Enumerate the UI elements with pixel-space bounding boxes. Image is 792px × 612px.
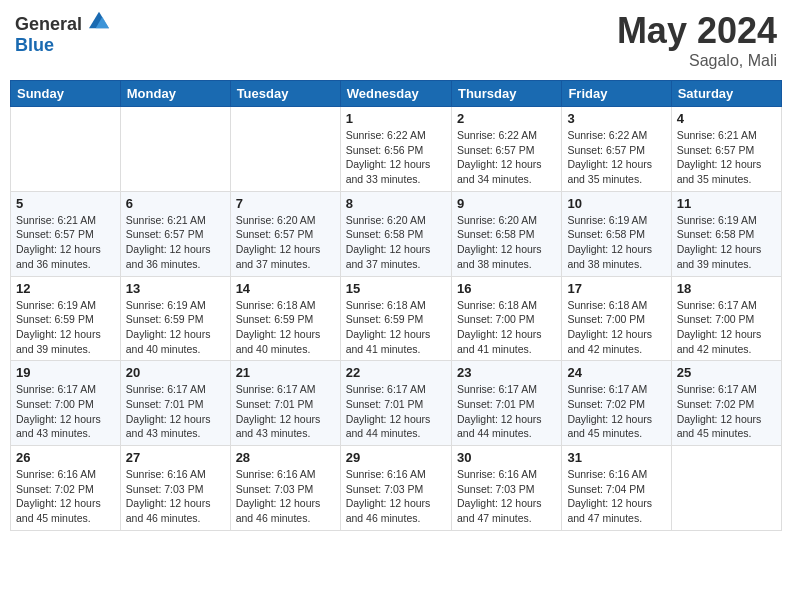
day-number: 1	[346, 111, 446, 126]
calendar-cell: 25Sunrise: 6:17 AMSunset: 7:02 PMDayligh…	[671, 361, 781, 446]
day-number: 2	[457, 111, 556, 126]
day-info: Sunrise: 6:16 AMSunset: 7:02 PMDaylight:…	[16, 467, 115, 526]
day-info: Sunrise: 6:16 AMSunset: 7:03 PMDaylight:…	[236, 467, 335, 526]
week-row-2: 5Sunrise: 6:21 AMSunset: 6:57 PMDaylight…	[11, 191, 782, 276]
day-number: 5	[16, 196, 115, 211]
day-number: 7	[236, 196, 335, 211]
week-row-5: 26Sunrise: 6:16 AMSunset: 7:02 PMDayligh…	[11, 446, 782, 531]
calendar-cell: 16Sunrise: 6:18 AMSunset: 7:00 PMDayligh…	[451, 276, 561, 361]
page-header: General Blue May 2024 Sagalo, Mali	[10, 10, 782, 70]
logo-blue: Blue	[15, 35, 54, 55]
day-number: 6	[126, 196, 225, 211]
weekday-header-saturday: Saturday	[671, 81, 781, 107]
calendar-cell: 23Sunrise: 6:17 AMSunset: 7:01 PMDayligh…	[451, 361, 561, 446]
day-info: Sunrise: 6:20 AMSunset: 6:58 PMDaylight:…	[457, 213, 556, 272]
calendar-cell	[120, 107, 230, 192]
logo-general: General	[15, 14, 82, 34]
calendar-cell: 3Sunrise: 6:22 AMSunset: 6:57 PMDaylight…	[562, 107, 671, 192]
day-number: 8	[346, 196, 446, 211]
title-area: May 2024 Sagalo, Mali	[617, 10, 777, 70]
calendar-cell: 21Sunrise: 6:17 AMSunset: 7:01 PMDayligh…	[230, 361, 340, 446]
calendar-cell: 9Sunrise: 6:20 AMSunset: 6:58 PMDaylight…	[451, 191, 561, 276]
day-number: 12	[16, 281, 115, 296]
calendar-cell	[230, 107, 340, 192]
day-info: Sunrise: 6:16 AMSunset: 7:03 PMDaylight:…	[126, 467, 225, 526]
calendar-cell: 7Sunrise: 6:20 AMSunset: 6:57 PMDaylight…	[230, 191, 340, 276]
logo: General Blue	[15, 10, 109, 56]
day-info: Sunrise: 6:16 AMSunset: 7:03 PMDaylight:…	[457, 467, 556, 526]
calendar-cell: 26Sunrise: 6:16 AMSunset: 7:02 PMDayligh…	[11, 446, 121, 531]
day-number: 31	[567, 450, 665, 465]
calendar-table: SundayMondayTuesdayWednesdayThursdayFrid…	[10, 80, 782, 531]
weekday-header-friday: Friday	[562, 81, 671, 107]
calendar-cell: 22Sunrise: 6:17 AMSunset: 7:01 PMDayligh…	[340, 361, 451, 446]
day-number: 23	[457, 365, 556, 380]
day-number: 19	[16, 365, 115, 380]
weekday-header-sunday: Sunday	[11, 81, 121, 107]
logo-icon	[89, 10, 109, 30]
day-info: Sunrise: 6:19 AMSunset: 6:58 PMDaylight:…	[567, 213, 665, 272]
calendar-cell: 31Sunrise: 6:16 AMSunset: 7:04 PMDayligh…	[562, 446, 671, 531]
calendar-cell: 14Sunrise: 6:18 AMSunset: 6:59 PMDayligh…	[230, 276, 340, 361]
day-info: Sunrise: 6:18 AMSunset: 6:59 PMDaylight:…	[236, 298, 335, 357]
day-info: Sunrise: 6:18 AMSunset: 7:00 PMDaylight:…	[567, 298, 665, 357]
day-info: Sunrise: 6:16 AMSunset: 7:03 PMDaylight:…	[346, 467, 446, 526]
day-number: 13	[126, 281, 225, 296]
calendar-cell: 2Sunrise: 6:22 AMSunset: 6:57 PMDaylight…	[451, 107, 561, 192]
day-info: Sunrise: 6:20 AMSunset: 6:58 PMDaylight:…	[346, 213, 446, 272]
weekday-header-wednesday: Wednesday	[340, 81, 451, 107]
day-number: 9	[457, 196, 556, 211]
day-number: 4	[677, 111, 776, 126]
day-info: Sunrise: 6:17 AMSunset: 7:01 PMDaylight:…	[126, 382, 225, 441]
calendar-cell: 5Sunrise: 6:21 AMSunset: 6:57 PMDaylight…	[11, 191, 121, 276]
day-number: 25	[677, 365, 776, 380]
logo-text: General Blue	[15, 10, 109, 56]
day-info: Sunrise: 6:18 AMSunset: 6:59 PMDaylight:…	[346, 298, 446, 357]
day-info: Sunrise: 6:17 AMSunset: 7:01 PMDaylight:…	[346, 382, 446, 441]
weekday-header-monday: Monday	[120, 81, 230, 107]
calendar-cell: 29Sunrise: 6:16 AMSunset: 7:03 PMDayligh…	[340, 446, 451, 531]
day-number: 22	[346, 365, 446, 380]
calendar-cell: 18Sunrise: 6:17 AMSunset: 7:00 PMDayligh…	[671, 276, 781, 361]
week-row-1: 1Sunrise: 6:22 AMSunset: 6:56 PMDaylight…	[11, 107, 782, 192]
day-info: Sunrise: 6:22 AMSunset: 6:56 PMDaylight:…	[346, 128, 446, 187]
day-number: 11	[677, 196, 776, 211]
day-info: Sunrise: 6:19 AMSunset: 6:58 PMDaylight:…	[677, 213, 776, 272]
day-number: 17	[567, 281, 665, 296]
day-number: 27	[126, 450, 225, 465]
day-number: 29	[346, 450, 446, 465]
calendar-cell: 8Sunrise: 6:20 AMSunset: 6:58 PMDaylight…	[340, 191, 451, 276]
day-number: 20	[126, 365, 225, 380]
month-title: May 2024	[617, 10, 777, 52]
week-row-4: 19Sunrise: 6:17 AMSunset: 7:00 PMDayligh…	[11, 361, 782, 446]
weekday-header-thursday: Thursday	[451, 81, 561, 107]
day-number: 15	[346, 281, 446, 296]
day-number: 18	[677, 281, 776, 296]
day-info: Sunrise: 6:18 AMSunset: 7:00 PMDaylight:…	[457, 298, 556, 357]
day-info: Sunrise: 6:17 AMSunset: 7:02 PMDaylight:…	[567, 382, 665, 441]
day-info: Sunrise: 6:19 AMSunset: 6:59 PMDaylight:…	[126, 298, 225, 357]
calendar-cell	[671, 446, 781, 531]
day-info: Sunrise: 6:21 AMSunset: 6:57 PMDaylight:…	[16, 213, 115, 272]
day-number: 16	[457, 281, 556, 296]
calendar-cell: 10Sunrise: 6:19 AMSunset: 6:58 PMDayligh…	[562, 191, 671, 276]
calendar-cell: 12Sunrise: 6:19 AMSunset: 6:59 PMDayligh…	[11, 276, 121, 361]
calendar-cell: 17Sunrise: 6:18 AMSunset: 7:00 PMDayligh…	[562, 276, 671, 361]
calendar-cell: 30Sunrise: 6:16 AMSunset: 7:03 PMDayligh…	[451, 446, 561, 531]
day-info: Sunrise: 6:22 AMSunset: 6:57 PMDaylight:…	[457, 128, 556, 187]
calendar-cell: 20Sunrise: 6:17 AMSunset: 7:01 PMDayligh…	[120, 361, 230, 446]
day-info: Sunrise: 6:21 AMSunset: 6:57 PMDaylight:…	[126, 213, 225, 272]
calendar-cell: 6Sunrise: 6:21 AMSunset: 6:57 PMDaylight…	[120, 191, 230, 276]
day-info: Sunrise: 6:17 AMSunset: 7:02 PMDaylight:…	[677, 382, 776, 441]
day-number: 10	[567, 196, 665, 211]
day-info: Sunrise: 6:17 AMSunset: 7:00 PMDaylight:…	[677, 298, 776, 357]
day-number: 30	[457, 450, 556, 465]
calendar-cell: 27Sunrise: 6:16 AMSunset: 7:03 PMDayligh…	[120, 446, 230, 531]
location: Sagalo, Mali	[617, 52, 777, 70]
day-info: Sunrise: 6:22 AMSunset: 6:57 PMDaylight:…	[567, 128, 665, 187]
day-number: 3	[567, 111, 665, 126]
day-number: 28	[236, 450, 335, 465]
day-info: Sunrise: 6:19 AMSunset: 6:59 PMDaylight:…	[16, 298, 115, 357]
weekday-header-row: SundayMondayTuesdayWednesdayThursdayFrid…	[11, 81, 782, 107]
calendar-cell: 28Sunrise: 6:16 AMSunset: 7:03 PMDayligh…	[230, 446, 340, 531]
